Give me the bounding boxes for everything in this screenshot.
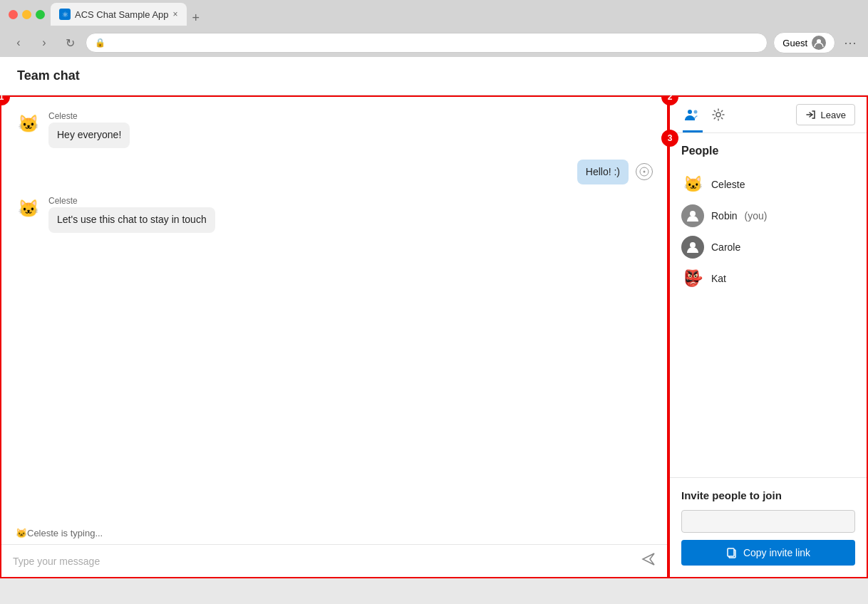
minimize-button[interactable] (22, 10, 31, 19)
person-name: Celeste (711, 179, 745, 190)
avatar (681, 204, 704, 227)
invite-title: Invite people to join (681, 489, 855, 501)
svg-point-4 (694, 110, 698, 114)
tab-favicon: ⚛ (59, 9, 71, 20)
people-section: People 🐱 Celeste Robin (you) (670, 133, 867, 477)
message-input-area (1, 544, 667, 577)
new-tab-button[interactable]: + (187, 11, 206, 26)
message-row: 🐱 Celeste Hey everyone! (16, 111, 653, 148)
list-item: Robin (you) (681, 200, 855, 231)
message-row: Hello! :) (16, 160, 653, 185)
copy-invite-link-button[interactable]: Copy invite link (681, 540, 855, 566)
page-title: Team chat (17, 68, 851, 83)
svg-point-2 (644, 171, 646, 173)
forward-button[interactable]: › (34, 33, 54, 53)
back-button[interactable]: ‹ (9, 33, 29, 53)
message-bubble: Let's use this chat to stay in touch (48, 207, 215, 233)
person-name: Robin (711, 210, 738, 222)
active-tab-indicator (683, 130, 703, 132)
avatar: 👺 (681, 267, 704, 290)
leave-label: Leave (821, 110, 846, 120)
person-you-label: (you) (745, 210, 768, 222)
settings-button[interactable] (708, 105, 728, 125)
guest-label: Guest (782, 38, 807, 48)
maximize-button[interactable] (36, 10, 45, 19)
people-title: People (681, 145, 855, 157)
copy-invite-label: Copy invite link (743, 547, 810, 558)
toolbar-inner: Leave (681, 104, 855, 125)
avatar: 🐱 (681, 173, 704, 196)
message-content: Celeste Let's use this chat to stay in t… (48, 196, 215, 233)
message-sender: Celeste (48, 196, 215, 206)
message-bubble-self: Hello! :) (577, 160, 629, 185)
more-options-button[interactable]: ⋯ (841, 35, 859, 51)
avatar (681, 236, 704, 259)
svg-point-3 (688, 110, 692, 114)
guest-button[interactable]: Guest (773, 32, 835, 53)
svg-point-5 (690, 211, 696, 217)
message-sender: Celeste (48, 111, 130, 121)
leave-button[interactable]: Leave (796, 104, 855, 125)
lock-icon: 🔒 (95, 38, 105, 48)
tab-close-button[interactable]: × (173, 9, 178, 19)
list-item: 👺 Kat (681, 263, 855, 294)
traffic-lights (9, 10, 45, 19)
right-panel: 2 3 (668, 95, 868, 578)
people-tab-button[interactable] (681, 104, 703, 125)
invite-input[interactable] (681, 510, 855, 533)
person-name: Kat (711, 273, 726, 284)
guest-avatar (812, 36, 826, 50)
message-action-button[interactable] (636, 163, 653, 180)
browser-tab[interactable]: ⚛ ACS Chat Sample App × (51, 3, 187, 26)
app-header: Team chat (0, 57, 868, 95)
refresh-button[interactable]: ↻ (60, 33, 80, 53)
svg-point-6 (690, 242, 696, 248)
message-content: Hello! :) (577, 160, 629, 185)
person-name: Carole (711, 241, 740, 253)
address-bar[interactable]: 🔒 (86, 33, 768, 53)
svg-rect-8 (728, 548, 734, 556)
message-row: 🐱 Celeste Let's use this chat to stay in… (16, 196, 653, 233)
send-button[interactable] (641, 552, 656, 570)
invite-section: Invite people to join Copy invite link (670, 477, 867, 577)
avatar: 🐱 (16, 196, 41, 222)
panel-toolbar: Leave (670, 97, 867, 133)
message-input[interactable] (13, 556, 636, 567)
typing-indicator: 🐱Celeste is typing... (1, 522, 667, 544)
message-bubble: Hey everyone! (48, 123, 130, 148)
tab-title: ACS Chat Sample App (75, 9, 169, 20)
list-item: 🐱 Celeste (681, 169, 855, 200)
badge-3: 3 (661, 130, 678, 147)
messages-area: 🐱 Celeste Hey everyone! Hello! :) (1, 97, 667, 522)
message-content: Celeste Hey everyone! (48, 111, 130, 148)
close-button[interactable] (9, 10, 18, 19)
list-item: Carole (681, 231, 855, 263)
avatar: 🐱 (16, 111, 41, 137)
chat-panel: 1 🐱 Celeste Hey everyone! Hello! :) (0, 95, 668, 578)
